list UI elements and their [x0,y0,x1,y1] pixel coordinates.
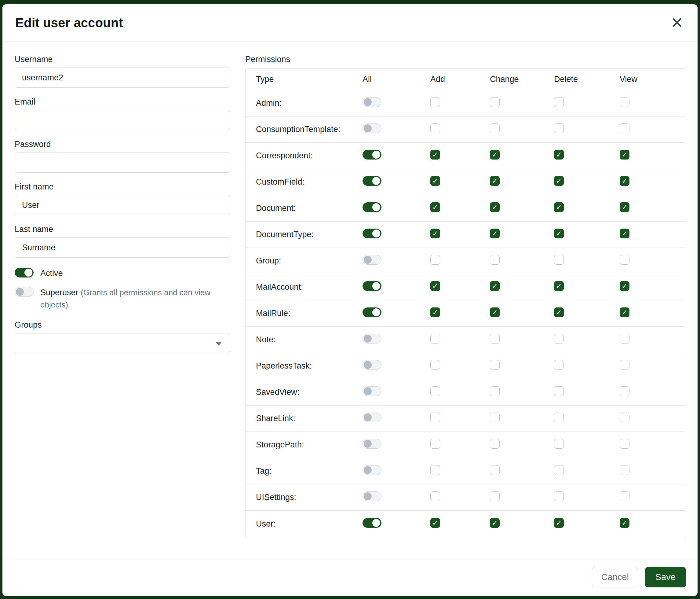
active-toggle[interactable] [15,268,33,278]
permission-add-checkbox[interactable] [430,150,440,160]
permission-change-checkbox[interactable] [490,176,500,186]
permission-all-toggle[interactable] [362,97,381,107]
permission-add-checkbox[interactable] [430,255,440,265]
permission-view-checkbox[interactable] [620,518,629,528]
save-button[interactable]: Save [645,567,686,588]
groups-select-box[interactable] [15,333,230,353]
permission-view-checkbox[interactable] [620,229,629,238]
permission-change-checkbox[interactable] [490,439,500,449]
permission-view-checkbox[interactable] [620,360,629,370]
permission-view-checkbox[interactable] [620,255,629,265]
permission-view-checkbox[interactable] [620,334,629,343]
permission-all-toggle[interactable] [362,123,381,133]
permission-delete-checkbox[interactable] [554,229,564,238]
permission-delete-checkbox[interactable] [554,150,564,160]
permission-all-toggle[interactable] [362,465,381,475]
permission-delete-checkbox[interactable] [554,465,564,475]
permission-delete-checkbox[interactable] [554,202,564,212]
close-icon[interactable]: ✕ [670,15,685,30]
permission-add-checkbox[interactable] [430,308,440,317]
groups-select[interactable] [15,333,230,353]
permission-change-checkbox[interactable] [490,518,500,528]
permission-change-checkbox[interactable] [490,386,500,396]
permission-change-checkbox[interactable] [490,308,500,317]
permission-all-toggle[interactable] [362,202,381,212]
permission-change-checkbox[interactable] [490,492,500,501]
column-header-type: Type [256,75,362,84]
permission-change-checkbox[interactable] [490,465,500,475]
toggle-knob [364,387,372,395]
permission-delete-checkbox[interactable] [554,386,564,396]
permission-all-toggle[interactable] [362,255,381,265]
permission-delete-checkbox[interactable] [554,97,564,107]
permission-view-checkbox[interactable] [620,123,629,133]
permission-change-checkbox[interactable] [490,281,500,291]
permission-all-toggle[interactable] [362,518,381,528]
permission-add-checkbox[interactable] [430,334,440,343]
permission-add-checkbox[interactable] [430,360,440,370]
permission-all-toggle[interactable] [362,439,381,449]
permission-delete-checkbox[interactable] [554,123,564,133]
permission-add-checkbox[interactable] [430,229,440,238]
permission-change-checkbox[interactable] [490,334,500,343]
permission-view-checkbox[interactable] [620,308,629,317]
permission-add-checkbox[interactable] [430,123,440,133]
permission-delete-checkbox[interactable] [554,255,564,265]
permission-add-checkbox[interactable] [430,413,440,422]
permission-view-checkbox[interactable] [620,176,629,186]
permission-view-checkbox[interactable] [620,465,629,475]
first-name-field[interactable] [15,195,230,215]
permission-view-checkbox[interactable] [620,150,629,160]
permission-all-toggle[interactable] [362,360,381,370]
permission-delete-checkbox[interactable] [554,281,564,291]
permission-add-checkbox[interactable] [430,386,440,396]
username-input[interactable] [15,68,230,88]
permission-view-checkbox[interactable] [620,413,629,422]
permission-delete-checkbox[interactable] [554,334,564,343]
permission-view-checkbox[interactable] [620,492,629,501]
permission-all-toggle[interactable] [362,150,381,160]
permission-view-checkbox[interactable] [620,202,629,212]
permission-all-toggle[interactable] [362,386,381,396]
permission-add-checkbox[interactable] [430,281,440,291]
last-name-field[interactable] [15,237,230,258]
permission-view-checkbox[interactable] [620,97,629,107]
permission-add-checkbox[interactable] [430,202,440,212]
permission-change-checkbox[interactable] [490,255,500,265]
permission-change-checkbox[interactable] [490,229,500,238]
permission-all-toggle[interactable] [362,413,381,422]
permission-delete-checkbox[interactable] [554,176,564,186]
permission-add-checkbox[interactable] [430,439,440,449]
permission-add-checkbox[interactable] [430,465,440,475]
permission-view-checkbox[interactable] [620,281,629,291]
permission-delete-checkbox[interactable] [554,413,564,422]
permission-delete-checkbox[interactable] [554,439,564,449]
permission-change-checkbox[interactable] [490,150,500,160]
permission-all-toggle[interactable] [362,334,381,343]
permission-all-toggle[interactable] [362,176,381,186]
permission-delete-checkbox[interactable] [554,492,564,501]
permission-delete-checkbox[interactable] [554,308,564,317]
password-field[interactable] [15,152,230,173]
permission-all-toggle[interactable] [362,308,381,317]
permission-add-checkbox[interactable] [430,492,440,501]
permission-change-checkbox[interactable] [490,123,500,133]
email-field[interactable] [15,110,230,130]
permission-add-checkbox[interactable] [430,97,440,107]
permission-view-checkbox[interactable] [620,386,629,396]
permission-change-checkbox[interactable] [490,360,500,370]
cancel-button[interactable]: Cancel [592,567,638,588]
permission-row: Admin: [246,90,686,116]
permission-change-checkbox[interactable] [490,202,500,212]
permission-all-toggle[interactable] [362,281,381,291]
permission-all-toggle[interactable] [362,229,381,238]
permission-view-checkbox[interactable] [620,439,629,449]
permission-delete-checkbox[interactable] [554,518,564,528]
permission-all-toggle[interactable] [362,492,381,501]
permission-delete-checkbox[interactable] [554,360,564,370]
permission-add-checkbox[interactable] [430,518,440,528]
permission-add-checkbox[interactable] [430,176,440,186]
superuser-toggle[interactable] [15,287,33,297]
permission-change-checkbox[interactable] [490,97,500,107]
permission-change-checkbox[interactable] [490,413,500,422]
